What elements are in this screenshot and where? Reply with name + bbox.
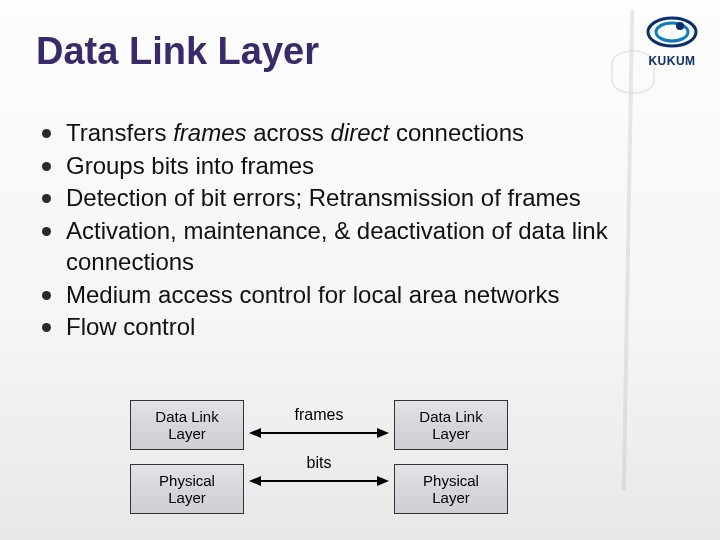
bullet-item: Transfers frames across direct connectio… (36, 118, 690, 149)
left-stack: Data LinkLayer PhysicalLayer (130, 400, 244, 514)
bullet-text: Medium access control for local area net… (66, 281, 560, 308)
bullet-text: Activation, maintenance, & deactivation … (66, 217, 608, 275)
logo-text: KUKUM (644, 54, 700, 68)
physical-layer-box: PhysicalLayer (130, 464, 244, 514)
bullet-text: Flow control (66, 313, 195, 340)
slide-title: Data Link Layer (36, 30, 319, 73)
frames-connector: frames (244, 406, 394, 440)
layer-diagram: Data LinkLayer PhysicalLayer frames bits… (130, 400, 508, 514)
diagram-connectors: frames bits (244, 400, 394, 488)
bullet-text: Detection of bit errors; Retransmission … (66, 184, 581, 211)
frames-label: frames (295, 406, 344, 424)
svg-marker-5 (377, 428, 389, 438)
data-link-layer-box: Data LinkLayer (130, 400, 244, 450)
logo: KUKUM (644, 12, 700, 68)
bullet-text: connections (389, 119, 524, 146)
svg-point-2 (676, 22, 684, 30)
svg-marker-8 (377, 476, 389, 486)
data-link-layer-box: Data LinkLayer (394, 400, 508, 450)
bullet-italic: frames (173, 119, 246, 146)
bullet-item: Activation, maintenance, & deactivation … (36, 216, 690, 277)
bullet-item: Groups bits into frames (36, 151, 690, 182)
bullet-text: across (247, 119, 331, 146)
bits-connector: bits (244, 454, 394, 488)
logo-swirl-icon (644, 12, 700, 52)
svg-marker-4 (249, 428, 261, 438)
bullet-italic: direct (331, 119, 390, 146)
double-arrow-icon (249, 474, 389, 488)
bullet-text: Transfers (66, 119, 173, 146)
right-stack: Data LinkLayer PhysicalLayer (394, 400, 508, 514)
svg-marker-7 (249, 476, 261, 486)
double-arrow-icon (249, 426, 389, 440)
physical-layer-box: PhysicalLayer (394, 464, 508, 514)
bullet-item: Detection of bit errors; Retransmission … (36, 183, 690, 214)
bits-label: bits (307, 454, 332, 472)
bullet-item: Medium access control for local area net… (36, 280, 690, 311)
bullet-list: Transfers frames across direct connectio… (36, 118, 690, 345)
bullet-item: Flow control (36, 312, 690, 343)
bullet-text: Groups bits into frames (66, 152, 314, 179)
